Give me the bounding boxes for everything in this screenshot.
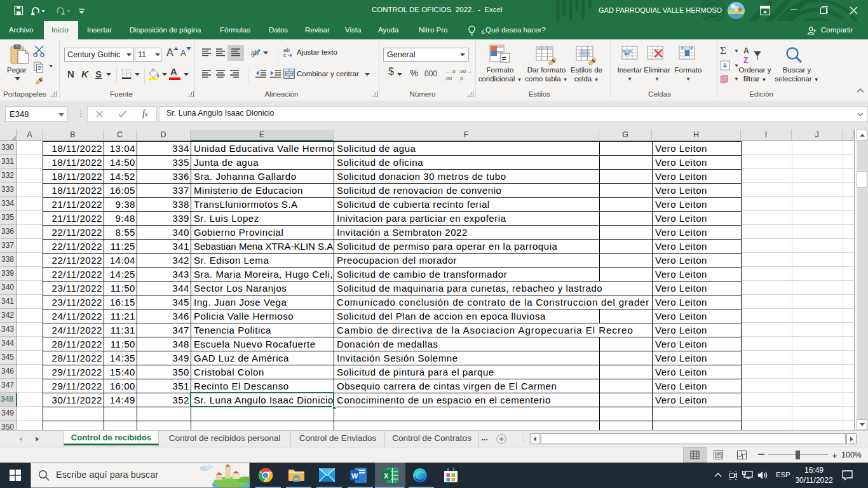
- svg-text:≠: ≠: [502, 54, 506, 63]
- svg-text:W: W: [351, 472, 358, 480]
- svg-text:c: c: [283, 52, 287, 58]
- svg-text:X: X: [384, 472, 389, 480]
- svg-text:A: A: [743, 46, 749, 55]
- svg-text:ab: ab: [251, 49, 259, 57]
- svg-text:Z: Z: [743, 56, 748, 65]
